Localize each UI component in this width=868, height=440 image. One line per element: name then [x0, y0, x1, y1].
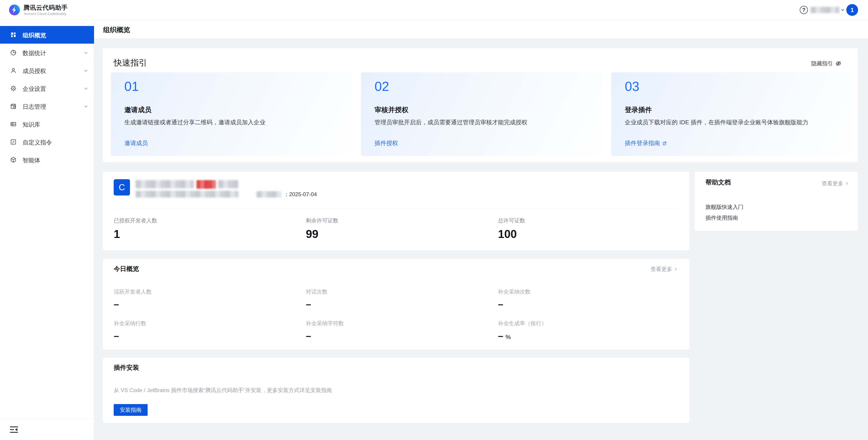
today-stat: 补全采纳次数 –: [498, 288, 656, 310]
step-description: 生成邀请链接或者通过分享二维码，邀请成员加入企业: [124, 118, 337, 126]
codebuddy-logo-icon: [9, 4, 20, 15]
chevron-down-icon[interactable]: [840, 7, 845, 13]
today-stat: 补全生成率（按行） –%: [498, 320, 656, 343]
guide-step-card: 01 邀请成员 生成邀请链接或者通过分享二维码，邀请成员加入企业 邀请成员: [111, 72, 352, 156]
today-stat: 补全采纳字符数 –: [306, 320, 464, 342]
redacted-org-name: [135, 180, 194, 188]
sidebar-item-label: 自定义指令: [23, 138, 52, 147]
plugin-install-title: 插件安装: [114, 364, 139, 372]
stat-label: 对话次数: [306, 288, 464, 295]
today-overview-title: 今日概览: [114, 264, 139, 273]
today-view-more-link[interactable]: 查看更多: [651, 265, 678, 273]
help-view-more-link[interactable]: 查看更多: [822, 180, 849, 187]
divider: [114, 208, 679, 208]
help-doc-link-plugin-guide[interactable]: 插件使用指南: [706, 214, 738, 221]
stat-value: 99: [306, 228, 464, 241]
redacted-account-name[interactable]: [811, 7, 839, 13]
sidebar-item-member-authorization[interactable]: 成员授权: [0, 62, 94, 79]
plugin-login-guide-link[interactable]: 插件登录指南: [625, 139, 667, 147]
user-avatar[interactable]: 1: [846, 4, 858, 16]
page-title-bar: [94, 20, 868, 38]
plugin-install-card: 插件安装 从 VS Code / JetBrains 插件市场搜索“腾讯云代码助…: [103, 358, 689, 423]
help-docs-card: 帮助文档 查看更多 旗舰版快速入门 插件使用指南: [694, 172, 858, 231]
link-label: 邀请成员: [124, 139, 148, 147]
stat-value-text: –: [498, 299, 503, 309]
sidebar-footer: [0, 419, 94, 440]
collapse-sidebar-icon[interactable]: [9, 425, 19, 434]
step-number: 02: [375, 78, 389, 94]
help-doc-link-quickstart[interactable]: 旗舰版快速入门: [706, 203, 743, 211]
sidebar-item-enterprise-settings[interactable]: 企业设置: [0, 80, 94, 97]
stat-label: 补全生成率（按行）: [498, 320, 656, 327]
redacted-expire-label: [256, 191, 281, 197]
stat-value: –: [306, 298, 464, 310]
step-number: 01: [124, 78, 139, 94]
guide-step-card: 03 登录插件 企业成员下载对应的 IDE 插件，在插件端登录企业账号体验旗舰版…: [611, 72, 853, 156]
stat-label: 补全采纳次数: [498, 288, 656, 295]
pie-chart-icon: [10, 49, 17, 56]
plugin-authorization-link[interactable]: 插件授权: [375, 139, 398, 147]
step-title: 审核并授权: [375, 105, 408, 115]
stat-value: 100: [498, 228, 656, 241]
stat-label: 剩余许可证数: [306, 217, 464, 224]
help-docs-title: 帮助文档: [706, 178, 731, 187]
link-label: 插件授权: [375, 139, 398, 147]
today-stat: 活跃开发者人数 –: [114, 288, 272, 310]
page-title: 组织概览: [103, 25, 130, 35]
stat-label: 补全采纳行数: [114, 320, 272, 327]
quick-guide-card: 快速指引 隐藏指引 01 邀请成员 生成邀请链接或者通过分享二维码，邀请成员加入…: [103, 48, 858, 162]
sidebar-item-label: 成员授权: [23, 67, 46, 75]
sidebar: 组织概览 数据统计 成员授权 企业设置: [0, 20, 94, 440]
sidebar-item-data-statistics[interactable]: 数据统计: [0, 44, 94, 61]
stat-value-text: –: [114, 299, 119, 309]
view-more-label: 查看更多: [822, 180, 843, 187]
bookshelf-icon: [10, 121, 17, 127]
stat-value: –%: [498, 330, 656, 343]
stat-value-text: –: [498, 331, 503, 341]
redacted-org-tag: [218, 180, 239, 188]
hide-guide-button[interactable]: 隐藏指引: [811, 60, 842, 67]
chevron-down-icon: [83, 86, 89, 91]
cube-icon: [10, 156, 17, 163]
sidebar-item-knowledge-base[interactable]: 知识库: [0, 115, 94, 133]
sidebar-item-label: 知识库: [23, 121, 40, 129]
today-overview-card: 今日概览 查看更多 活跃开发者人数 – 对话次数 – 补全采纳次数 – 补全采纳…: [103, 259, 689, 350]
organization-card: C ：2025-07-04 已授权开发者人数 1 剩余许可证数 99 总许可证数…: [103, 172, 689, 250]
stat-value: –: [306, 330, 464, 342]
eye-off-icon: [835, 60, 842, 67]
edit-square-icon: [10, 138, 17, 145]
calendar-icon: [10, 103, 17, 109]
today-stat: 对话次数 –: [306, 288, 464, 310]
org-avatar: C: [114, 179, 130, 195]
app-subtitle: Tencent Cloud CodeBuddy: [24, 12, 66, 15]
redacted-plan-badge: [196, 180, 216, 189]
app-header: 腾讯云代码助手 Tencent Cloud CodeBuddy ? 1: [0, 0, 868, 20]
sidebar-item-agents[interactable]: 智能体: [0, 151, 94, 168]
sidebar-item-label: 智能体: [23, 156, 40, 164]
sidebar-item-label: 组织概览: [23, 31, 46, 39]
help-icon[interactable]: ?: [800, 6, 808, 14]
sidebar-item-label: 数据统计: [23, 49, 46, 57]
stat-value-suffix: %: [505, 334, 510, 340]
org-stat: 剩余许可证数 99: [306, 217, 464, 241]
stat-label: 活跃开发者人数: [114, 288, 272, 295]
stat-value: –: [114, 298, 272, 310]
link-label: 插件登录指南: [625, 139, 660, 147]
sidebar-item-log-management[interactable]: 日志管理: [0, 97, 94, 115]
redacted-org-id: [135, 191, 239, 197]
sidebar-item-label: 日志管理: [23, 103, 46, 111]
sidebar-item-org-overview[interactable]: 组织概览: [0, 26, 94, 43]
install-guide-button[interactable]: 安装指南: [114, 404, 148, 416]
guide-step-card: 02 审核并授权 管理员审批开启后，成员需要通过管理员审核才能完成授权 插件授权: [361, 72, 603, 156]
chevron-down-icon: [83, 68, 89, 73]
user-icon: [10, 67, 17, 74]
step-description: 企业成员下载对应的 IDE 插件，在插件端登录企业账号体验旗舰版能力: [625, 118, 837, 126]
chevron-down-icon: [83, 104, 89, 109]
stat-value: –: [114, 330, 272, 342]
chevron-down-icon: [83, 50, 89, 56]
org-stat: 总许可证数 100: [498, 217, 656, 241]
gear-icon: [10, 85, 17, 92]
sidebar-item-custom-commands[interactable]: 自定义指令: [0, 133, 94, 151]
invite-members-link[interactable]: 邀请成员: [124, 139, 148, 147]
sidebar-item-label: 企业设置: [23, 85, 46, 93]
